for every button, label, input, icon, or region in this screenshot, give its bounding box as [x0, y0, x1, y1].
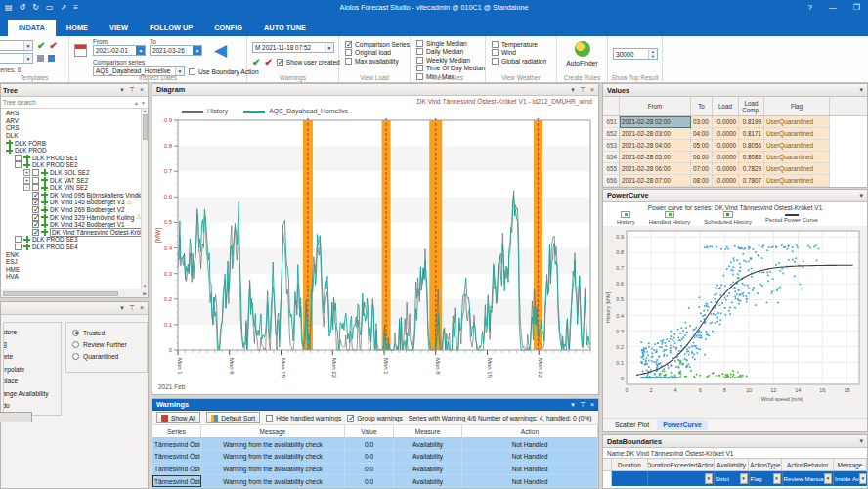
measure-cell[interactable]: Availability: [394, 438, 462, 450]
checkbox-box[interactable]: [266, 415, 273, 422]
flag-cell[interactable]: UserQuarantined: [764, 175, 830, 187]
checkbox-weekly-median[interactable]: Weekly Median: [416, 57, 485, 64]
share-icon[interactable]: ↗: [61, 0, 67, 15]
column-header-value[interactable]: Value: [345, 425, 394, 437]
value-cell[interactable]: 0.0: [345, 464, 394, 475]
spinner-arrows[interactable]: ▲▼: [648, 49, 657, 59]
column-header-actionbehavior[interactable]: ActionBehavior: [782, 459, 834, 470]
to-cell[interactable]: 05:00: [691, 140, 713, 152]
close-icon[interactable]: ×: [140, 304, 144, 312]
chevron-down-icon[interactable]: ▼: [773, 473, 781, 484]
chevron-down-icon[interactable]: ▼: [325, 43, 333, 52]
action-item-replace[interactable]: Replace: [4, 375, 61, 387]
tab-home[interactable]: HOME: [56, 20, 99, 36]
chevron-down-icon[interactable]: ▼: [136, 46, 145, 55]
checkbox-box[interactable]: [347, 415, 354, 422]
action-item-flag[interactable]: Flag: [4, 338, 61, 351]
checkbox-time-of-day-median[interactable]: Time Of Day Median: [416, 65, 485, 71]
chevron-down-icon[interactable]: ▼: [23, 41, 32, 50]
column-header-duration[interactable]: Duration: [612, 459, 648, 470]
panel-menu-icon[interactable]: ▾: [120, 86, 124, 94]
column-header-series[interactable]: Series: [152, 425, 201, 437]
measure-cell[interactable]: Availability: [394, 464, 462, 475]
tree-item-hme[interactable]: HME: [1, 265, 141, 273]
checkbox-box[interactable]: [416, 57, 423, 64]
tab-view[interactable]: VIEW: [99, 20, 139, 36]
flag-cell[interactable]: UserQuarantined: [764, 163, 830, 175]
chevron-down-icon[interactable]: ▼: [23, 54, 32, 63]
action-item-delete[interactable]: Delete: [4, 350, 61, 363]
checkbox-comparison-series[interactable]: Comparison Series: [345, 41, 410, 48]
values-row-653[interactable]: 6532021-02-28 04:0005:000.00000.8056User…: [603, 140, 867, 152]
pin-icon[interactable]: ⊤: [580, 401, 586, 409]
checkbox-temperature[interactable]: Temperature: [492, 41, 556, 48]
flag-cell[interactable]: UserQuarantined: [764, 140, 830, 152]
tree-item-ars[interactable]: ARS: [1, 110, 141, 117]
checkbox-box[interactable]: [416, 40, 423, 47]
panel-menu-icon[interactable]: ▾: [571, 401, 575, 409]
flag-cell[interactable]: UserQuarantined: [764, 128, 830, 140]
row-number[interactable]: 655: [603, 163, 620, 175]
tree-checkbox[interactable]: [15, 236, 22, 243]
tree-item-dk-vind-329-h-rn-vind-kuling[interactable]: DK Vind 329 Härnövind Kuling⚠: [1, 213, 141, 221]
apply-button[interactable]: [0, 412, 32, 422]
column-header-actiontype[interactable]: ActionType: [749, 459, 782, 470]
tree-item-dlk-sol-se2[interactable]: +DLK SOL SE2: [1, 169, 141, 177]
flag-cell[interactable]: UserQuarantined: [764, 152, 830, 163]
values-row-651[interactable]: 6512021-02-28 02:0003:000.00000.8199User…: [603, 116, 867, 128]
tree-checkbox[interactable]: [32, 229, 39, 236]
tab-follow-up[interactable]: FOLLOW UP: [139, 20, 203, 36]
chevron-down-icon[interactable]: ▼: [859, 473, 867, 484]
load-cell[interactable]: 0.0000: [713, 140, 739, 152]
tree-checkbox[interactable]: [32, 177, 39, 184]
to-cell[interactable]: 07:00: [691, 163, 713, 175]
tree-checkbox[interactable]: [32, 169, 39, 176]
checkbox-single-median[interactable]: Single Median: [416, 40, 485, 47]
autofinder-icon[interactable]: [575, 41, 590, 57]
to-cell[interactable]: 03:00: [691, 116, 713, 128]
values-row-654[interactable]: 6542021-02-28 05:0006:000.00000.8083User…: [603, 152, 867, 163]
undo-icon[interactable]: ↺: [20, 0, 26, 15]
checkbox-box[interactable]: [416, 65, 423, 71]
from-cell[interactable]: 2021-02-28 02:00: [620, 116, 691, 128]
action-cell[interactable]: Not Handled: [462, 464, 598, 475]
flag-cell[interactable]: UserQuarantined: [764, 116, 830, 128]
checkbox-original-load[interactable]: Original load: [345, 49, 410, 56]
chevron-down-icon[interactable]: ▼: [740, 473, 748, 484]
load-cell[interactable]: 0.0000: [713, 152, 739, 163]
tree-checkbox[interactable]: [15, 244, 22, 250]
column-header-availability[interactable]: Availability: [715, 459, 750, 470]
action-cell[interactable]: Not Handled: [462, 451, 598, 463]
db-cell-actionbehavior[interactable]: Review Manua▼: [783, 471, 834, 486]
expand-icon[interactable]: +: [23, 169, 30, 176]
tab-powercurve[interactable]: PowerCurve: [657, 420, 708, 430]
series-cell[interactable]: Tännesvind Östest-K: [152, 475, 201, 487]
tree-horizontal-scrollbar[interactable]: ▶: [1, 289, 148, 297]
values-row-652[interactable]: 6522021-02-28 03:0004:000.00000.8171User…: [603, 128, 867, 140]
db-cell-availability[interactable]: Strict▼: [715, 471, 750, 486]
accept-warning-icon[interactable]: ✔: [252, 57, 260, 67]
warning-row[interactable]: Tännesvind Östest-KWarning from the avai…: [152, 464, 598, 476]
to-cell[interactable]: 06:00: [691, 152, 713, 163]
tree-item-dlk-prod[interactable]: DLK PROD: [1, 147, 141, 155]
panel-menu-icon[interactable]: ▾: [120, 304, 124, 312]
action-item-change-availability[interactable]: Change Availability: [4, 387, 61, 400]
checkbox-wind[interactable]: Wind: [492, 49, 556, 56]
default-sort-button[interactable]: Default Sort: [206, 412, 260, 423]
panel-menu-icon[interactable]: ▾: [859, 437, 863, 445]
template-combo-2[interactable]: ▼: [0, 53, 33, 64]
chevron-down-icon[interactable]: ▼: [193, 46, 201, 55]
to-cell[interactable]: 04:00: [691, 128, 713, 140]
minimize-button[interactable]: —: [829, 3, 837, 12]
tree-item-dlk-vin-se2[interactable]: -DLK VIN SE2: [1, 184, 141, 192]
back-arrow-button[interactable]: ◀: [214, 42, 227, 59]
tree-item-crs[interactable]: CRS: [1, 124, 141, 132]
db-cell-actiontype[interactable]: Flag▼: [750, 471, 783, 486]
checkbox-hide-handled-warnings[interactable]: Hide handled warnings: [266, 415, 341, 422]
calendar-icon[interactable]: [74, 44, 87, 57]
checkbox-box[interactable]: [416, 48, 423, 55]
checkbox-box[interactable]: [345, 49, 352, 56]
checkbox-daily-median[interactable]: Daily Median: [416, 48, 485, 55]
tree-item-dk-vind-095-bj-rnskallens-vindkraftverk[interactable]: DK Vind 095 Björnskallens Vindkraftverk⚠: [1, 192, 141, 200]
checkbox-global-radiation[interactable]: Global radiation: [492, 58, 556, 65]
